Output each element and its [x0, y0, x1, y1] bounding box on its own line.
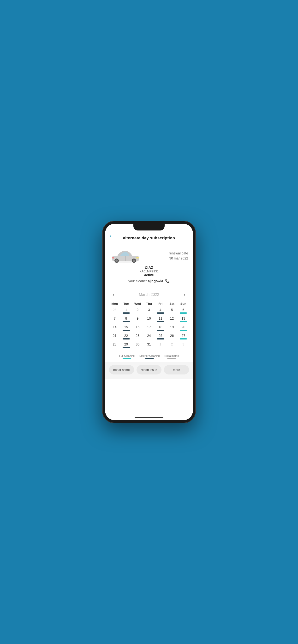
- cal-cell-sun27[interactable]: 27: [178, 333, 189, 341]
- page-title: alternate day subscription: [123, 236, 175, 240]
- car-details: CIAZ KA01MP9931 active: [139, 266, 159, 277]
- cal-cell-sat19[interactable]: 19: [166, 325, 178, 332]
- cal-cell-fri4[interactable]: 4: [155, 308, 166, 315]
- cal-cell-mon28[interactable]: 28: [109, 342, 120, 350]
- car-status: active: [139, 273, 159, 277]
- calendar-week-5: 28 29 30 31 1 2 3: [109, 342, 189, 350]
- cal-cell-fri18[interactable]: 18: [155, 325, 166, 332]
- day-header-sat: Sat: [166, 301, 178, 306]
- cal-cell-tue8[interactable]: 8: [120, 316, 132, 324]
- report-issue-button[interactable]: report issue: [136, 365, 162, 374]
- calendar-week-3: 14 15 16 17 18 19 20: [109, 325, 189, 332]
- legend-not-at-home-label: Not at home: [164, 354, 179, 357]
- cal-cell-wed23[interactable]: 23: [132, 333, 143, 341]
- cal-cell-thu17[interactable]: 17: [143, 325, 155, 332]
- day-header-fri: Fri: [155, 301, 166, 306]
- car-info-row: renewal date 30 mar 2022: [110, 248, 188, 264]
- cleaner-name: ajit gowla: [148, 279, 163, 283]
- cal-cell-wed2[interactable]: 2: [132, 308, 143, 315]
- cal-cell-fri1-dim[interactable]: 1: [155, 342, 166, 350]
- day-header-tue: Tue: [120, 301, 132, 306]
- not-at-home-button[interactable]: not at home: [109, 365, 134, 374]
- svg-point-5: [133, 260, 135, 262]
- cal-cell-sun20[interactable]: 20: [178, 325, 189, 332]
- cal-cell-sat2-dim[interactable]: 2: [166, 342, 178, 350]
- renewal-label: renewal date: [169, 251, 188, 256]
- legend-exterior-cleaning-label: Exterior Cleaning: [139, 354, 160, 357]
- day-header-thu: Thu: [143, 301, 155, 306]
- svg-point-3: [115, 260, 118, 262]
- cal-cell-mon28-dim[interactable]: 28: [109, 308, 120, 315]
- cal-cell-sun6[interactable]: 6: [178, 308, 189, 315]
- car-section: renewal date 30 mar 2022 CIAZ KA01MP9931…: [105, 244, 193, 287]
- day-header-sun: Sun: [178, 301, 189, 306]
- cal-cell-thu10[interactable]: 10: [143, 316, 155, 324]
- svg-rect-7: [112, 257, 114, 258]
- cal-cell-tue22[interactable]: 22: [120, 333, 132, 341]
- calendar-week-4: 21 22 23 24 25 26 27: [109, 333, 189, 341]
- cal-cell-fri25[interactable]: 25: [155, 333, 166, 341]
- cleaner-row: your cleaner ajit gowla 📞: [128, 279, 170, 283]
- phone-screen: ‹ alternate day subscription: [105, 224, 193, 420]
- home-indicator: [135, 417, 163, 418]
- cal-cell-sun13[interactable]: 13: [178, 316, 189, 324]
- legend-section: Full Cleaning Exterior Cleaning Not at h…: [105, 350, 193, 362]
- phone-frame: ‹ alternate day subscription: [102, 221, 196, 423]
- renewal-info: renewal date 30 mar 2022: [169, 251, 188, 261]
- cal-cell-tue15[interactable]: 15: [120, 325, 132, 332]
- cleaner-label: your cleaner: [128, 279, 147, 283]
- cal-cell-thu31[interactable]: 31: [143, 342, 155, 350]
- cal-cell-sun3-dim[interactable]: 3: [178, 342, 189, 350]
- car-image: [110, 248, 141, 264]
- notch: [133, 224, 165, 230]
- legend-not-at-home: Not at home: [164, 354, 179, 360]
- calendar-header-row: Mon Tue Wed Thu Fri Sat Sun: [109, 301, 189, 306]
- calendar-month-title: March 2022: [139, 292, 159, 297]
- car-icon: [110, 248, 141, 264]
- legend-not-at-home-bar: [167, 358, 176, 360]
- svg-rect-6: [136, 257, 139, 258]
- legend-exterior-cleaning-bar: [145, 358, 154, 360]
- phone-icon[interactable]: 📞: [165, 279, 170, 283]
- cal-cell-mon7[interactable]: 7: [109, 316, 120, 324]
- prev-month-button[interactable]: ‹: [111, 291, 116, 298]
- app-content: ‹ alternate day subscription: [105, 224, 193, 420]
- more-button[interactable]: more: [164, 365, 189, 374]
- calendar-nav: ‹ March 2022 ›: [109, 290, 189, 299]
- legend-full-cleaning: Full Cleaning: [119, 354, 135, 360]
- action-buttons: not at home report issue more: [105, 362, 193, 379]
- legend-full-cleaning-label: Full Cleaning: [119, 354, 135, 357]
- cal-cell-sat12[interactable]: 12: [166, 316, 178, 324]
- back-button[interactable]: ‹: [109, 233, 111, 239]
- cal-cell-thu3[interactable]: 3: [143, 308, 155, 315]
- cal-cell-wed16[interactable]: 16: [132, 325, 143, 332]
- next-month-button[interactable]: ›: [182, 291, 187, 298]
- cal-cell-mon14[interactable]: 14: [109, 325, 120, 332]
- cal-cell-tue29[interactable]: 29: [120, 342, 132, 350]
- cal-cell-mon21[interactable]: 21: [109, 333, 120, 341]
- legend-full-cleaning-bar: [123, 358, 131, 360]
- calendar-week-2: 7 8 9 10 11 12 13: [109, 316, 189, 324]
- cal-cell-sat26[interactable]: 26: [166, 333, 178, 341]
- cal-cell-fri11[interactable]: 11: [155, 316, 166, 324]
- calendar-section: ‹ March 2022 › Mon Tue Wed Thu Fri Sat S…: [105, 287, 193, 350]
- day-header-wed: Wed: [132, 301, 143, 306]
- cal-cell-sat5[interactable]: 5: [166, 308, 178, 315]
- calendar-week-1: 28 1 2 3 4 5 6: [109, 308, 189, 315]
- cal-cell-tue1[interactable]: 1: [120, 308, 132, 315]
- renewal-date: 30 mar 2022: [169, 256, 188, 261]
- day-header-mon: Mon: [109, 301, 120, 306]
- calendar-grid: Mon Tue Wed Thu Fri Sat Sun 28 1 2 3: [109, 301, 189, 350]
- car-name: CIAZ: [139, 266, 159, 270]
- cal-cell-wed9[interactable]: 9: [132, 316, 143, 324]
- cal-cell-wed30[interactable]: 30: [132, 342, 143, 350]
- legend-exterior-cleaning: Exterior Cleaning: [139, 354, 160, 360]
- cal-cell-thu24[interactable]: 24: [143, 333, 155, 341]
- car-plate: KA01MP9931: [139, 270, 159, 273]
